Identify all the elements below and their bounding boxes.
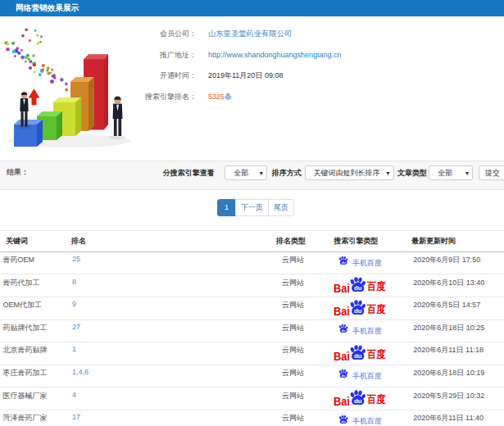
svg-text:du: du <box>342 374 346 378</box>
svg-text:du: du <box>342 419 346 423</box>
svg-text:du: du <box>353 307 361 315</box>
svg-text:du: du <box>342 329 346 333</box>
svg-text:du: du <box>353 285 361 292</box>
svg-text:du: du <box>342 261 346 265</box>
svg-text:du: du <box>353 352 361 360</box>
svg-text:du: du <box>353 398 361 406</box>
